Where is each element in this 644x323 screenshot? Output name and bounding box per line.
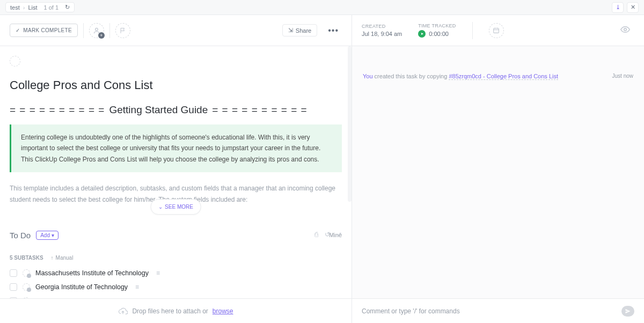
assignee-add-button[interactable]: + — [89, 23, 104, 38]
browse-link[interactable]: browse — [213, 307, 233, 315]
created-meta: CREATED Jul 18, 9:04 am — [362, 24, 402, 37]
activity-user[interactable]: You — [363, 73, 373, 79]
created-label: CREATED — [362, 24, 402, 29]
svg-point-0 — [96, 28, 98, 31]
see-more-button[interactable]: ⌄ SEE MORE — [150, 199, 201, 215]
divider — [472, 22, 473, 39]
priority-flag-button[interactable] — [115, 23, 130, 38]
chevron-right-icon: › — [23, 4, 25, 11]
task-title[interactable]: College Pros and Cons List — [10, 78, 342, 92]
attachment-dropzone[interactable]: Drop files here to attach or browse — [0, 299, 352, 323]
collapse-icon[interactable]: ⤓ — [612, 2, 624, 13]
play-icon[interactable] — [418, 30, 426, 38]
comment-placeholder: Comment or type '/' for commands — [362, 307, 460, 315]
guide-heading: = = = = = = = = = = Getting Started Guid… — [10, 104, 342, 116]
subtask-row[interactable]: Georgia Institute of Technology ≡ — [10, 280, 342, 294]
heading-deco-left: = = = = = = = = = = — [10, 104, 105, 116]
sort-icon: ↑ — [51, 255, 54, 261]
history-icon[interactable]: ↺ — [325, 231, 330, 238]
heading-deco-right: = = = = = = = = = = — [212, 104, 307, 116]
divider — [109, 23, 110, 38]
task-body: College Pros and Cons List = = = = = = =… — [0, 46, 352, 298]
top-bar: test › List 1 of 1 ↻ ⤓ ✕ — [0, 0, 644, 15]
time-tracked-value: 0:00:00 — [429, 31, 449, 37]
divider — [83, 23, 84, 38]
print-icon[interactable]: ⎙ — [314, 231, 318, 238]
subtask-checkbox[interactable] — [10, 283, 17, 291]
breadcrumb-leaf[interactable]: List — [28, 4, 37, 11]
svg-rect-1 — [494, 28, 499, 33]
svg-point-2 — [624, 28, 627, 31]
time-tracked-meta[interactable]: TIME TRACKED 0:00:00 — [418, 23, 456, 38]
subtask-name[interactable]: Georgia Institute of Technology — [35, 283, 128, 291]
description-toolbar: ⎙ ↺ ⤢ — [314, 231, 342, 238]
status-dot-icon[interactable] — [23, 283, 30, 291]
plus-icon: + — [98, 32, 105, 39]
subtask-row[interactable]: Massachusetts Institute of Technology ≡ — [10, 266, 342, 280]
callout-block: Entering college is undoubtedly one of t… — [10, 124, 342, 172]
mark-complete-label: MARK COMPLETE — [23, 27, 72, 33]
activity-timestamp: Just now — [612, 73, 633, 79]
subtask-list: Massachusetts Institute of Technology ≡ … — [10, 266, 342, 298]
chevron-down-icon: ▾ — [52, 232, 54, 238]
activity-text: created this task by copying — [373, 73, 449, 79]
expand-icon[interactable]: ⤢ — [336, 231, 342, 238]
subtask-name[interactable]: Massachusetts Institute of Technology — [35, 269, 149, 277]
description-text: This template includes a detailed descri… — [10, 183, 342, 205]
send-icon — [625, 308, 631, 314]
chevron-down-icon: ⌄ — [158, 202, 163, 211]
status-indicator-icon[interactable] — [10, 56, 20, 67]
created-value: Jul 18, 9:04 am — [362, 31, 402, 37]
dates-button[interactable] — [489, 23, 504, 38]
sort-label: Manual — [56, 255, 74, 261]
scrollbar[interactable] — [348, 46, 352, 202]
activity-link[interactable]: #85zrqm0cd - College Pros and Cons List — [449, 73, 558, 80]
status-dot-icon[interactable] — [23, 269, 30, 277]
task-header: ✓ MARK COMPLETE + ⇲ Share ••• CREATED Ju… — [0, 15, 644, 46]
see-more-label: SEE MORE — [165, 202, 193, 211]
breadcrumb[interactable]: test › List 1 of 1 ↻ — [5, 2, 75, 12]
mark-complete-button[interactable]: ✓ MARK COMPLETE — [10, 24, 78, 37]
breadcrumb-position: 1 of 1 — [44, 4, 59, 11]
cloud-upload-icon — [118, 306, 128, 316]
watch-icon[interactable] — [620, 25, 630, 34]
sort-button[interactable]: ↑ Manual — [51, 255, 74, 261]
activity-panel: You created this task by copying #85zrqm… — [352, 46, 644, 298]
refresh-icon[interactable]: ↻ — [65, 4, 70, 11]
time-tracked-label: TIME TRACKED — [418, 23, 456, 28]
description-icon: ≡ — [156, 269, 160, 277]
breadcrumb-root[interactable]: test — [10, 4, 20, 11]
share-icon: ⇲ — [288, 27, 293, 34]
guide-heading-text: Getting Started Guide — [109, 104, 208, 116]
add-status-button[interactable]: Add ▾ — [36, 231, 58, 240]
add-label: Add — [40, 232, 50, 238]
subtask-row[interactable]: University of Michigan--Ann Arbor ≡ — [10, 294, 342, 298]
todo-title: To Do — [10, 231, 31, 240]
check-icon: ✓ — [16, 27, 20, 33]
subtask-count: 5 SUBTASKS — [10, 255, 43, 261]
comment-input[interactable]: Comment or type '/' for commands — [352, 299, 644, 323]
send-button[interactable] — [621, 306, 634, 317]
description-icon: ≡ — [135, 283, 139, 291]
share-button[interactable]: ⇲ Share — [282, 24, 317, 36]
close-icon[interactable]: ✕ — [627, 2, 639, 13]
subtask-checkbox[interactable] — [10, 269, 17, 277]
share-label: Share — [296, 27, 311, 34]
dropzone-text: Drop files here to attach or — [132, 307, 208, 315]
more-menu-button[interactable]: ••• — [328, 26, 339, 35]
bottom-bar: Drop files here to attach or browse Comm… — [0, 298, 644, 323]
activity-entry: You created this task by copying #85zrqm… — [363, 73, 633, 79]
